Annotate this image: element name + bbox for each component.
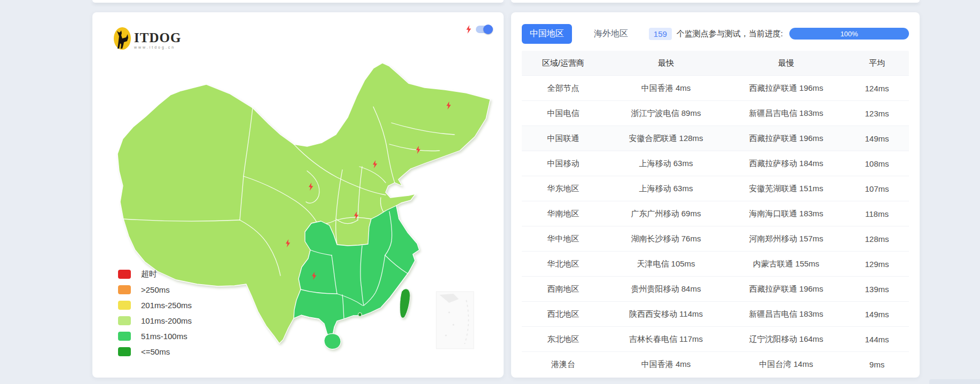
legend-swatch <box>118 316 131 325</box>
results-card: 中国地区 海外地区 159 个监测点参与测试，当前进度: 100% 区域/运营商… <box>511 12 920 378</box>
col-header-avg: 平均 <box>845 58 909 68</box>
map-region-taiwan <box>400 289 410 318</box>
cell-avg: 118ms <box>845 209 909 218</box>
cell-avg: 128ms <box>845 234 909 244</box>
cell-fastest: 湖南长沙移动 76ms <box>605 234 727 244</box>
cell-avg: 129ms <box>845 260 909 269</box>
cell-region: 西南地区 <box>522 284 605 294</box>
table-row: 东北地区 吉林长春电信 117ms 辽宁沈阳移动 164ms 144ms <box>522 326 909 351</box>
table-row: 西北地区 陕西西安移动 114ms 新疆昌吉电信 183ms 149ms <box>522 301 909 326</box>
cell-region: 西北地区 <box>522 309 605 319</box>
legend-swatch <box>118 347 131 356</box>
cell-region: 华中地区 <box>522 234 605 244</box>
latency-map-card: ITDOG www.itdog.cn <box>92 12 504 378</box>
cell-fastest: 广东广州移动 69ms <box>605 209 727 219</box>
cell-region: 华东地区 <box>522 184 605 194</box>
legend-swatch <box>118 332 131 341</box>
cell-slowest: 海南海口联通 183ms <box>727 209 845 219</box>
legend-swatch <box>118 301 131 310</box>
cell-fastest: 上海移动 63ms <box>605 159 727 169</box>
legend-item: 超时 <box>118 270 192 279</box>
cell-slowest: 西藏拉萨联通 196ms <box>727 83 845 93</box>
cell-region: 东北地区 <box>522 334 605 344</box>
realtime-toggle[interactable] <box>476 26 492 33</box>
cell-avg: 9ms <box>845 360 909 369</box>
cell-region: 中国移动 <box>522 159 605 169</box>
cell-slowest: 河南郑州移动 157ms <box>727 234 845 244</box>
progress-bar: 100% <box>789 28 909 40</box>
cell-region: 华北地区 <box>522 259 605 269</box>
legend-item: >250ms <box>118 285 192 294</box>
table-row: 华南地区 广东广州移动 69ms 海南海口联通 183ms 118ms <box>522 201 909 226</box>
cell-avg: 139ms <box>845 285 909 294</box>
legend-label: >250ms <box>141 285 170 294</box>
cell-region: 中国电信 <box>522 108 605 119</box>
table-body: 全部节点 中国香港 4ms 西藏拉萨联通 196ms 124ms 中国电信 浙江… <box>522 75 909 377</box>
latency-legend: 超时 >250ms 201ms-250ms 101ms-200ms 51ms-1… <box>118 270 192 356</box>
progress-label: 100% <box>840 30 858 38</box>
cell-region: 中国联通 <box>522 134 605 144</box>
next-section-edge <box>929 379 980 384</box>
cell-fastest: 中国香港 4ms <box>605 83 727 93</box>
cell-fastest: 安徽合肥联通 128ms <box>605 134 727 144</box>
results-header: 中国地区 海外地区 159 个监测点参与测试，当前进度: 100% <box>522 22 909 45</box>
cell-avg: 144ms <box>845 335 909 344</box>
cell-slowest: 辽宁沈阳移动 164ms <box>727 334 845 344</box>
legend-swatch <box>118 270 131 279</box>
table-row: 西南地区 贵州贵阳移动 84ms 西藏拉萨联通 196ms 139ms <box>522 276 909 301</box>
cell-avg: 107ms <box>845 184 909 193</box>
cell-avg: 149ms <box>845 134 909 143</box>
upper-card-edge-right <box>511 0 920 3</box>
cell-slowest: 新疆昌吉电信 183ms <box>727 309 845 319</box>
table-row: 华中地区 湖南长沙移动 76ms 河南郑州移动 157ms 128ms <box>522 226 909 251</box>
cell-slowest: 西藏拉萨联通 196ms <box>727 284 845 294</box>
table-row: 华东地区 上海移动 63ms 安徽芜湖联通 151ms 107ms <box>522 176 909 201</box>
cell-fastest: 吉林长春电信 117ms <box>605 334 727 344</box>
legend-item: <=50ms <box>118 347 192 356</box>
table-header-row: 区域/运营商 最快 最慢 平均 <box>522 51 909 75</box>
map-region-hainan <box>324 334 341 349</box>
col-header-fastest: 最快 <box>605 58 727 68</box>
south-china-sea-inset <box>436 292 474 349</box>
col-header-region: 区域/运营商 <box>522 58 605 68</box>
legend-label: 201ms-250ms <box>141 301 192 310</box>
region-tab[interactable]: 海外地区 <box>586 24 636 44</box>
cell-slowest: 新疆昌吉电信 183ms <box>727 108 845 119</box>
cell-region: 全部节点 <box>522 83 605 93</box>
lightning-icon <box>466 25 472 34</box>
region-tabs: 中国地区 海外地区 <box>522 24 636 44</box>
cell-slowest: 西藏拉萨移动 184ms <box>727 159 845 169</box>
results-table: 区域/运营商 最快 最慢 平均 全部节点 中国香港 4ms 西藏拉萨联通 196… <box>522 51 909 377</box>
legend-label: <=50ms <box>141 347 170 356</box>
cell-slowest: 安徽芜湖联通 151ms <box>727 184 845 194</box>
legend-label: 101ms-200ms <box>141 316 192 325</box>
legend-item: 101ms-200ms <box>118 316 192 325</box>
cell-fastest: 天津电信 105ms <box>605 259 727 269</box>
table-row: 全部节点 中国香港 4ms 西藏拉萨联通 196ms 124ms <box>522 75 909 100</box>
toggle-knob <box>483 25 493 34</box>
table-row: 华北地区 天津电信 105ms 内蒙古联通 155ms 129ms <box>522 251 909 276</box>
legend-label: 51ms-100ms <box>141 332 187 341</box>
cell-fastest: 贵州贵阳移动 84ms <box>605 284 727 294</box>
legend-label: 超时 <box>141 269 157 279</box>
cell-fastest: 陕西西安移动 114ms <box>605 309 727 319</box>
cell-avg: 149ms <box>845 310 909 319</box>
cell-region: 华南地区 <box>522 209 605 219</box>
table-row: 港澳台 中国香港 4ms 中国台湾 14ms 9ms <box>522 351 909 377</box>
map-region-hongkong <box>358 313 362 317</box>
cell-fastest: 浙江宁波电信 89ms <box>605 108 727 119</box>
cell-fastest: 上海移动 63ms <box>605 184 727 194</box>
cell-avg: 123ms <box>845 109 909 118</box>
cell-slowest: 西藏拉萨联通 196ms <box>727 134 845 144</box>
col-header-slowest: 最慢 <box>727 58 845 68</box>
legend-item: 51ms-100ms <box>118 332 192 341</box>
cell-slowest: 内蒙古联通 155ms <box>727 259 845 269</box>
legend-swatch <box>118 285 131 294</box>
cell-fastest: 中国香港 4ms <box>605 359 727 370</box>
table-row: 中国联通 安徽合肥联通 128ms 西藏拉萨联通 196ms 149ms <box>522 126 909 151</box>
cell-avg: 108ms <box>845 159 909 168</box>
cell-avg: 124ms <box>845 84 909 93</box>
cell-region: 港澳台 <box>522 359 605 370</box>
region-tab[interactable]: 中国地区 <box>522 24 572 44</box>
upper-card-edge-left <box>92 0 504 3</box>
